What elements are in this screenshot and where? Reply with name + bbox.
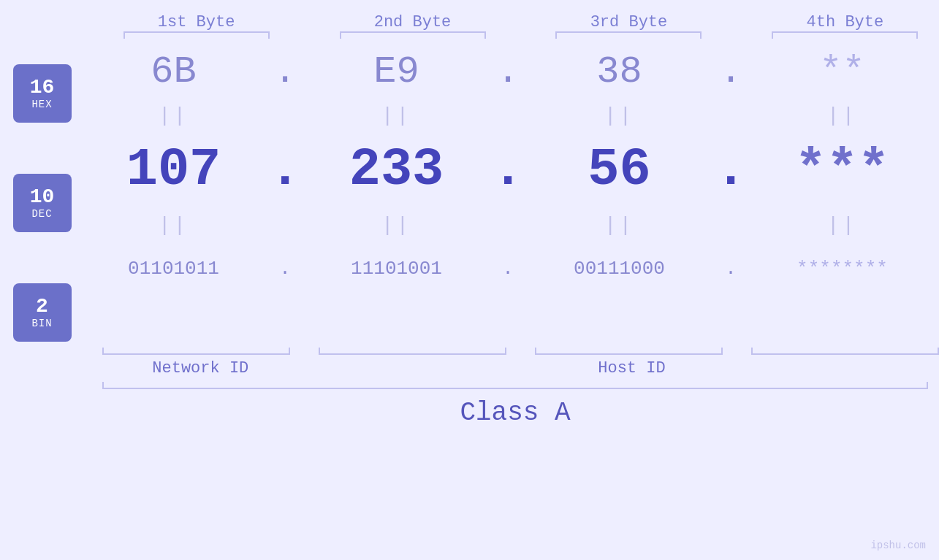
hex-b4-cell: **: [745, 50, 939, 93]
byte3-bracket: [555, 31, 702, 39]
bin-sep2: .: [493, 258, 522, 280]
grid-data: 6B . E9 . 38 . **: [77, 42, 939, 342]
byte3-bottom-bracket: [535, 348, 723, 355]
byte4-bracket: [772, 31, 918, 39]
bin-badge: 2 BIN: [13, 283, 72, 342]
dec-b1-cell: 107: [77, 140, 270, 200]
bin-b4-cell: ********: [745, 258, 939, 280]
dec-sep1: .: [270, 140, 300, 200]
eq1-b3: ||: [522, 104, 716, 127]
hex-b1-cell: 6B: [77, 50, 270, 93]
hex-sep3: .: [716, 50, 745, 93]
rows-container: 16 HEX 10 DEC 2 BIN 6B .: [7, 42, 939, 342]
byte4-header: 4th Byte: [751, 13, 939, 39]
id-labels-row: Network ID Host ID: [102, 359, 939, 377]
hex-b3-cell: 38: [522, 50, 716, 93]
bin-sep1: .: [270, 258, 300, 280]
eq1-b4: ||: [745, 104, 939, 127]
byte2-header: 2nd Byte: [319, 13, 506, 39]
dec-b4-cell: ***: [745, 140, 939, 200]
dec-sep2: .: [493, 140, 522, 200]
overall-bottom-bracket: [102, 382, 928, 389]
bin-row: 01101011 . 11101001 . 00111000 .: [77, 239, 939, 298]
eq2-b3: ||: [522, 214, 716, 237]
byte2-bracket: [340, 31, 486, 39]
dec-row: 107 . 233 . 56 . ***: [77, 130, 939, 210]
hex-badge: 16 HEX: [13, 64, 72, 123]
eq-row-2: || || || ||: [77, 210, 939, 239]
page-container: 1st Byte 2nd Byte 3rd Byte 4th Byte 16 H…: [0, 0, 939, 560]
eq1-b2: ||: [300, 104, 493, 127]
bin-b3-cell: 00111000: [522, 258, 716, 280]
dec-b3-cell: 56: [522, 140, 716, 200]
eq1-b1: ||: [77, 104, 270, 127]
bin-b2-cell: 11101001: [300, 258, 493, 280]
dec-badge: 10 DEC: [13, 174, 72, 232]
eq2-b2: ||: [300, 214, 493, 237]
hex-sep2: .: [493, 50, 522, 93]
eq2-b1: ||: [77, 214, 270, 237]
host-id-label: Host ID: [324, 359, 939, 377]
eq-row-1: || || || ||: [77, 101, 939, 130]
byte1-bracket: [123, 31, 270, 39]
left-badges: 16 HEX 10 DEC 2 BIN: [7, 42, 77, 342]
bin-sep3: .: [716, 258, 745, 280]
eq2-b4: ||: [745, 214, 939, 237]
byte1-header: 1st Byte: [102, 13, 290, 39]
dec-sep3: .: [716, 140, 745, 200]
byte4-bottom-bracket: [751, 348, 939, 355]
bin-b1-cell: 01101011: [77, 258, 270, 280]
hex-b2-cell: E9: [300, 50, 493, 93]
byte2-bottom-bracket: [319, 348, 506, 355]
bottom-brackets: [102, 348, 939, 355]
dec-b2-cell: 233: [300, 140, 493, 200]
byte1-bottom-bracket: [102, 348, 290, 355]
hex-row: 6B . E9 . 38 . **: [77, 42, 939, 101]
watermark: ipshu.com: [870, 540, 926, 551]
byte-headers: 1st Byte 2nd Byte 3rd Byte 4th Byte: [102, 0, 939, 39]
hex-sep1: .: [270, 50, 300, 93]
class-a-row: Class A: [102, 398, 928, 428]
bottom-section: Network ID Host ID Class A: [102, 348, 939, 428]
network-id-label: Network ID: [102, 359, 299, 377]
byte3-header: 3rd Byte: [535, 13, 723, 39]
